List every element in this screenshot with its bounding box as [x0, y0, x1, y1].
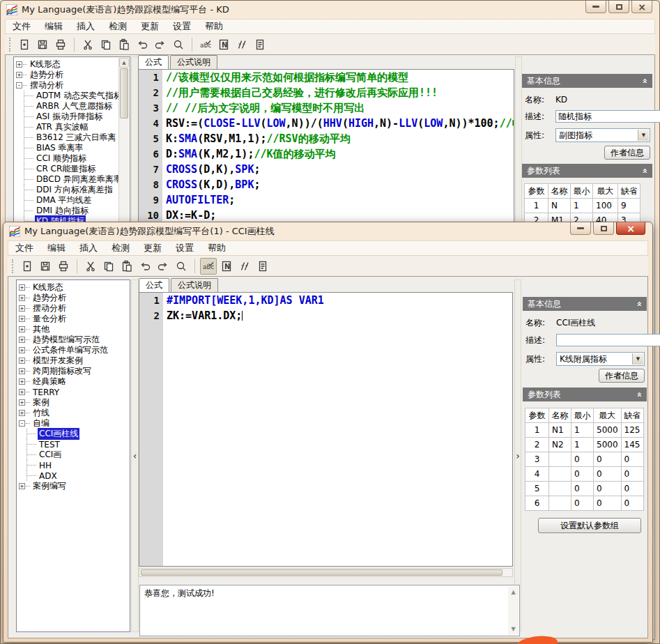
menu-item[interactable]: 编辑	[38, 19, 70, 34]
new-window-button[interactable]: N	[218, 258, 235, 275]
tree-item[interactable]: +摆动分析	[17, 303, 130, 314]
tree-item[interactable]: CR CR能量指标	[24, 164, 130, 174]
paste-button[interactable]	[118, 258, 135, 275]
collapse-icon[interactable]: -	[16, 82, 22, 89]
param-value-cell[interactable]: 125	[621, 423, 643, 438]
tree-item[interactable]: +量仓分析	[17, 314, 130, 324]
code-line[interactable]: // //后为文字说明，编写模型时不用写出	[166, 100, 514, 116]
tree-item-label[interactable]: 案例编写	[31, 480, 68, 492]
tree-item[interactable]: DMI 趋向指标	[24, 206, 130, 216]
expand-icon[interactable]: +	[19, 358, 25, 364]
collapse-left-handle[interactable]: ‹	[131, 279, 139, 632]
param-value-cell[interactable]	[549, 496, 571, 511]
menu-item[interactable]: 更新	[134, 19, 166, 34]
collapse-icon[interactable]: -	[19, 420, 25, 427]
tree-item[interactable]: +K线形态	[17, 282, 130, 293]
tree-item[interactable]: +趋势分析	[14, 70, 130, 80]
tree-item[interactable]: HH	[26, 460, 130, 470]
menu-item[interactable]: 插入	[70, 19, 102, 34]
new-file-button[interactable]	[16, 36, 33, 53]
copy-button[interactable]	[98, 36, 114, 53]
menu-item[interactable]: 帮助	[198, 19, 230, 34]
tree-item[interactable]: +经典策略	[17, 376, 130, 387]
tree-item[interactable]: CCI画柱线	[26, 429, 130, 439]
code-line[interactable]: CROSS(D,K),SPK;	[166, 162, 514, 177]
redo-button[interactable]	[155, 258, 171, 275]
tree-item[interactable]: BIAS 乖离率	[24, 143, 130, 153]
code-line[interactable]: //该模型仅仅用来示范如何根据指标编写简单的模型	[166, 70, 514, 85]
minimize-button[interactable]	[585, 1, 606, 13]
close-button[interactable]: ×	[631, 1, 652, 13]
menu-item[interactable]: 插入	[72, 240, 105, 256]
message-scrollbar[interactable]: ▲ ▼	[508, 586, 519, 635]
search-button[interactable]	[170, 36, 187, 53]
tree-item[interactable]: ATR 真实波幅	[24, 122, 130, 132]
menu-item[interactable]: 帮助	[201, 240, 233, 256]
param-value-cell[interactable]: 9	[618, 199, 640, 213]
scrollbar-thumb[interactable]	[120, 68, 128, 118]
param-value-cell[interactable]: 0	[621, 482, 643, 496]
tree-item[interactable]: +跨周期指标改写	[17, 366, 130, 376]
param-value-cell[interactable]: 1	[571, 199, 593, 213]
expand-icon[interactable]: +	[19, 316, 25, 322]
tree-item[interactable]: CCI画	[26, 450, 130, 460]
search-button[interactable]	[173, 258, 190, 275]
document-button[interactable]	[252, 36, 268, 53]
param-value-cell[interactable]: 0	[594, 482, 622, 496]
tree-item[interactable]: TEST	[26, 439, 130, 450]
tree-item[interactable]: DBCD 异同离差乖离率	[24, 174, 130, 185]
expand-icon[interactable]: +	[19, 347, 25, 353]
expand-icon[interactable]: +	[19, 337, 25, 343]
tree-item[interactable]: +趋势模型编写示范	[17, 335, 130, 345]
expand-icon[interactable]: +	[19, 305, 25, 312]
tree-item-label[interactable]: CCI画	[38, 449, 63, 461]
menu-item[interactable]: 检测	[105, 240, 137, 256]
param-value-cell[interactable]	[549, 467, 571, 482]
code-line[interactable]: //用户需要根据自己交易经验，进行修改后再实际应用!!!	[166, 85, 514, 100]
param-value-cell[interactable]: 0	[621, 496, 643, 511]
author-info-button[interactable]: 作者信息	[604, 146, 650, 160]
menu-item[interactable]: 检测	[102, 19, 134, 34]
menu-item[interactable]: 更新	[137, 240, 169, 256]
expand-icon[interactable]: +	[19, 284, 25, 291]
expand-icon[interactable]: +	[19, 410, 25, 416]
tree-item-label[interactable]: 经典策略	[31, 376, 68, 388]
document-button[interactable]	[254, 258, 271, 275]
tab-formula[interactable]: 公式	[138, 55, 169, 69]
indicator-button[interactable]	[236, 258, 253, 275]
scrollbar-thumb[interactable]	[141, 569, 502, 576]
menu-item[interactable]: 设置	[169, 240, 201, 256]
param-value-cell[interactable]: 0	[621, 452, 643, 467]
param-value-cell[interactable]	[549, 482, 571, 496]
tree-item[interactable]: +K线形态	[14, 59, 130, 70]
undo-button[interactable]	[137, 258, 153, 275]
expand-icon[interactable]: +	[19, 378, 25, 385]
param-value-cell[interactable]: 0	[594, 452, 622, 467]
chevron-down-icon[interactable]: ▼	[638, 130, 649, 141]
tree-item[interactable]: +公式条件单编写示范	[17, 345, 130, 355]
code-editor[interactable]: 12 #IMPORT[WEEK,1,KD]AS VAR1ZK:=VAR1.DX;	[139, 292, 513, 567]
param-value-cell[interactable]: 0	[571, 496, 594, 511]
expand-icon[interactable]: +	[19, 326, 25, 332]
param-list-header[interactable]: 参数列表 »	[523, 388, 647, 401]
tree-item[interactable]: ARBR 人气意愿指标	[24, 101, 130, 112]
param-value-cell[interactable]: 0	[571, 452, 594, 467]
tree-item[interactable]: +模型开发案例	[17, 355, 130, 366]
expand-icon[interactable]: +	[19, 295, 25, 301]
param-value-cell[interactable]: 5000	[594, 438, 622, 452]
tree-item-label[interactable]: CCI画柱线	[38, 428, 79, 440]
expand-icon[interactable]: +	[19, 368, 25, 374]
collapse-up-icon[interactable]: »	[634, 301, 644, 307]
tree-item[interactable]: +其他	[17, 324, 130, 335]
description-input[interactable]	[555, 110, 660, 123]
tree-item[interactable]: DDI 方向标准离差指	[24, 185, 130, 195]
param-list-header[interactable]: 参数列表 »	[522, 164, 652, 178]
tree-item[interactable]: ADX	[26, 470, 130, 481]
menu-item[interactable]: 设置	[166, 19, 198, 34]
tab-formula-description[interactable]: 公式说明	[171, 278, 218, 292]
maximize-button[interactable]	[608, 1, 629, 13]
tree-item[interactable]: DMA 平均线差	[24, 195, 130, 206]
copy-button[interactable]	[100, 258, 117, 275]
param-value-cell[interactable]	[549, 452, 571, 467]
tree-item-label[interactable]: TERRY	[31, 388, 61, 397]
